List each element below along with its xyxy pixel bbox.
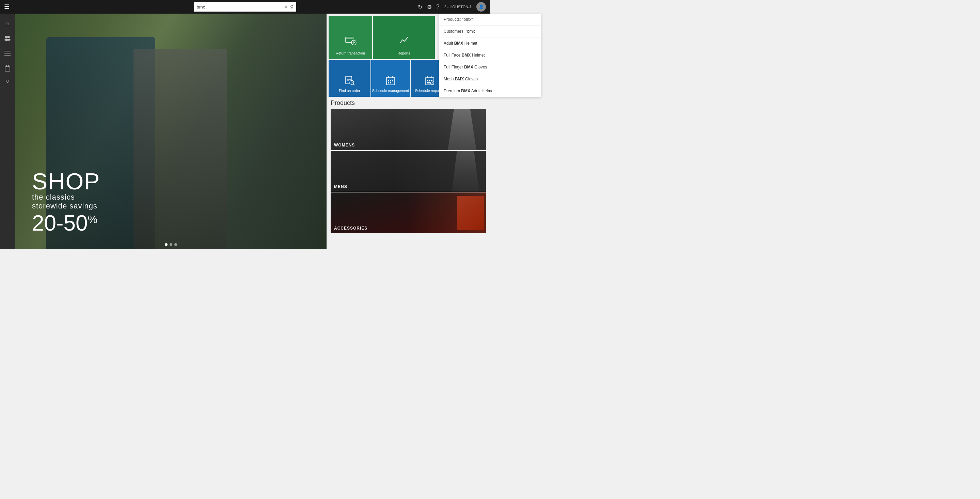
product-mens-label: MENS bbox=[334, 184, 347, 189]
autocomplete-pre-1: Adult bbox=[444, 41, 454, 46]
find-order-icon bbox=[344, 75, 355, 87]
tile-schedule-management[interactable]: Schedule management bbox=[371, 60, 410, 97]
autocomplete-post-1: Helmet bbox=[463, 41, 477, 46]
svg-rect-26 bbox=[388, 82, 389, 83]
autocomplete-dropdown: Products: "bmx" Customers: "bmx" Adult B… bbox=[439, 14, 490, 97]
hero-subtitle-2: storewide savings bbox=[32, 202, 100, 210]
svg-line-17 bbox=[353, 84, 355, 85]
content-area: SHOP the classics storewide savings 20-5… bbox=[15, 14, 490, 249]
autocomplete-pre-4: Mesh bbox=[444, 77, 455, 81]
autocomplete-bold-3: BMX bbox=[464, 65, 473, 70]
hero-discount: 20-50% bbox=[32, 210, 100, 236]
svg-rect-7 bbox=[5, 67, 10, 71]
svg-point-1 bbox=[8, 36, 10, 38]
store-label: 2 - HOUSTON-1 bbox=[444, 5, 472, 9]
autocomplete-pre-5: Premium bbox=[444, 89, 461, 93]
search-submit-icon[interactable]: ⚲ bbox=[290, 4, 294, 10]
svg-point-16 bbox=[350, 80, 354, 84]
autocomplete-customers-value: "bmx" bbox=[466, 29, 476, 34]
hero-percent-symbol: % bbox=[88, 213, 97, 225]
hamburger-menu-icon[interactable]: ☰ bbox=[4, 3, 10, 11]
hero-dot-1[interactable] bbox=[165, 243, 167, 246]
schedule-mgmt-label: Schedule management bbox=[372, 89, 409, 93]
product-tiles-list: WOMENS MENS ACCESSORIES bbox=[331, 109, 486, 233]
sidebar-item-users[interactable] bbox=[1, 31, 14, 45]
hero-text: SHOP the classics storewide savings 20-5… bbox=[32, 170, 100, 236]
main-layout: ⌂ 0 SHOP the classics bbox=[0, 14, 490, 249]
sidebar: ⌂ 0 bbox=[0, 14, 15, 249]
hero-dot-3[interactable] bbox=[174, 243, 177, 246]
search-clear-icon[interactable]: ✕ bbox=[284, 4, 288, 10]
product-tile-accessories[interactable]: ACCESSORIES bbox=[331, 193, 486, 233]
topbar: ☰ ✕ ⚲ ↻ ⚙ ? 2 - HOUSTON-1 👤 bbox=[0, 0, 490, 14]
refresh-icon[interactable]: ↻ bbox=[418, 4, 422, 10]
sidebar-badge-count: 0 bbox=[1, 76, 14, 86]
svg-rect-32 bbox=[427, 80, 428, 81]
hero-area: SHOP the classics storewide savings 20-5… bbox=[15, 14, 326, 249]
tile-return-transaction[interactable]: Return transaction bbox=[329, 16, 372, 59]
search-input[interactable] bbox=[197, 5, 284, 10]
hero-dot-2[interactable] bbox=[170, 243, 172, 246]
settings-icon[interactable]: ⚙ bbox=[427, 4, 432, 10]
autocomplete-customers-label: Customers: bbox=[444, 29, 466, 34]
svg-rect-25 bbox=[392, 80, 393, 81]
autocomplete-type-label: Products: bbox=[444, 17, 462, 22]
svg-point-36 bbox=[430, 81, 434, 84]
autocomplete-post-3: Gloves bbox=[473, 65, 487, 70]
svg-rect-27 bbox=[390, 82, 391, 83]
autocomplete-post-5: Adult Helmet bbox=[470, 89, 490, 93]
products-section-title: Products bbox=[331, 99, 486, 107]
help-icon[interactable]: ? bbox=[436, 4, 440, 10]
product-tile-womens[interactable]: WOMENS bbox=[331, 109, 486, 150]
autocomplete-post-2: Helmet bbox=[471, 53, 485, 57]
autocomplete-customers-query[interactable]: Customers: "bmx" bbox=[439, 26, 490, 37]
schedule-mgmt-icon bbox=[385, 76, 396, 87]
hero-carousel-dots bbox=[165, 243, 177, 246]
autocomplete-result-4[interactable]: Mesh BMX Gloves bbox=[439, 73, 490, 85]
autocomplete-bold-2: BMX bbox=[462, 53, 471, 57]
product-womens-label: WOMENS bbox=[334, 143, 355, 147]
return-transaction-icon bbox=[344, 34, 356, 49]
autocomplete-result-1[interactable]: Adult BMX Helmet bbox=[439, 37, 490, 49]
hero-shop-label: SHOP bbox=[32, 170, 100, 193]
svg-rect-23 bbox=[388, 80, 389, 81]
svg-point-0 bbox=[5, 36, 8, 38]
autocomplete-result-2[interactable]: Full Face BMX Helmet bbox=[439, 49, 490, 61]
product-accessories-label: ACCESSORIES bbox=[334, 226, 368, 231]
autocomplete-pre-2: Full Face bbox=[444, 53, 462, 57]
search-bar: ✕ ⚲ bbox=[194, 2, 296, 11]
find-order-label: Find an order bbox=[339, 89, 360, 93]
products-section: Products WOMENS MENS bbox=[326, 97, 490, 249]
svg-rect-5 bbox=[5, 53, 11, 53]
autocomplete-post-4: Gloves bbox=[464, 77, 478, 81]
tile-reports[interactable]: Reports bbox=[373, 16, 435, 59]
svg-point-3 bbox=[7, 39, 11, 41]
hero-background: SHOP the classics storewide savings 20-5… bbox=[15, 14, 326, 249]
svg-rect-33 bbox=[429, 80, 430, 81]
tile-find-order[interactable]: Find an order bbox=[329, 60, 371, 97]
autocomplete-query-value: "bmx" bbox=[462, 17, 473, 22]
autocomplete-bold-5: BMX bbox=[461, 89, 470, 93]
autocomplete-bold-1: BMX bbox=[454, 41, 463, 46]
autocomplete-bold-4: BMX bbox=[455, 77, 464, 81]
autocomplete-result-5[interactable]: Premium BMX Adult Helmet bbox=[439, 85, 490, 97]
hero-discount-value: 20-50 bbox=[32, 211, 88, 235]
sidebar-item-bag[interactable] bbox=[1, 61, 14, 75]
schedule-req-icon bbox=[425, 76, 435, 87]
avatar[interactable]: 👤 bbox=[476, 2, 486, 11]
sidebar-item-menu[interactable] bbox=[1, 46, 14, 60]
autocomplete-products-query[interactable]: Products: "bmx" bbox=[439, 14, 490, 26]
product-tile-mens[interactable]: MENS bbox=[331, 151, 486, 192]
topbar-right-actions: ↻ ⚙ ? 2 - HOUSTON-1 👤 bbox=[418, 2, 486, 11]
svg-rect-6 bbox=[5, 55, 11, 56]
reports-icon bbox=[398, 34, 410, 49]
return-transaction-label: Return transaction bbox=[336, 51, 365, 56]
svg-rect-24 bbox=[390, 80, 391, 81]
sidebar-item-home[interactable]: ⌂ bbox=[1, 16, 14, 30]
autocomplete-result-3[interactable]: Full Finger BMX Gloves bbox=[439, 61, 490, 73]
svg-rect-4 bbox=[5, 51, 11, 51]
reports-label: Reports bbox=[398, 51, 410, 56]
autocomplete-pre-3: Full Finger bbox=[444, 65, 464, 70]
